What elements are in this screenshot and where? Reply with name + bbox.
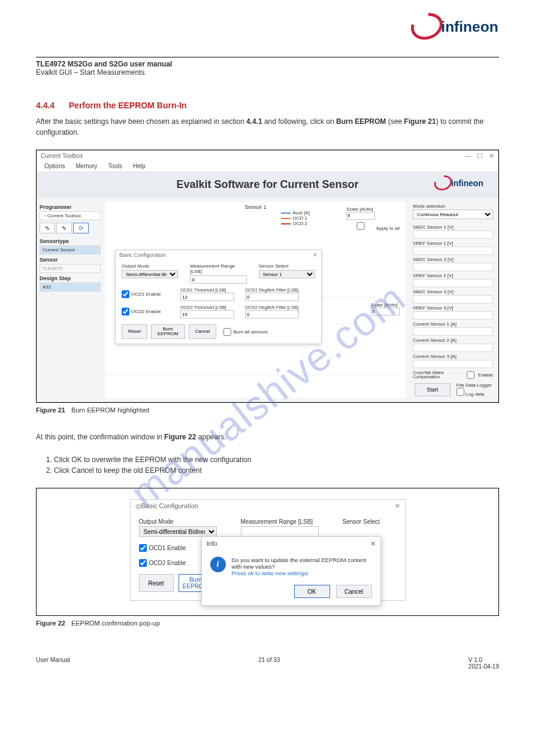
info-icon: i (210, 557, 226, 572)
vadc-sensor2 (413, 263, 493, 271)
menu-memory[interactable]: Memory (75, 163, 97, 169)
sensortype-item[interactable]: Current Sensor (40, 245, 101, 254)
toolbar-refresh-icon[interactable]: ⟳ (73, 223, 89, 233)
menu-tools[interactable]: Tools (108, 163, 122, 169)
figure-22: ◎ Basic Configuration✕ Output Mode Semi-… (36, 488, 499, 616)
list-item: Click OK to overwrite the EEPROM with th… (54, 454, 499, 465)
window-titlebar: Current Toolbox — ☐ ✕ (37, 151, 498, 161)
menu-help[interactable]: Help (133, 163, 146, 169)
svg-point-0 (409, 12, 445, 41)
sensor-select-dropdown[interactable]: Sensor 1 (259, 270, 315, 278)
maximize-icon[interactable]: ☐ (477, 152, 483, 160)
programmer-item[interactable]: →Current Toolbox (40, 211, 101, 220)
list-item: Click Cancel to keep the old EEPROM cont… (54, 465, 499, 476)
legend-sensor1: Aout [A] OCD 1 OCD 2 (281, 210, 310, 226)
output-mode-dropdown-2[interactable]: Semi-differential Bidirectional (139, 526, 217, 537)
designstep-item[interactable]: A32 (40, 283, 101, 292)
footer-right: V 1.0 2021-04-19 (468, 657, 499, 670)
current-sensor1 (413, 327, 493, 336)
basic-config-modal: Basic Configuration✕ Output Mode Semi-di… (115, 250, 322, 344)
ocd1-enable-checkbox[interactable] (122, 290, 129, 298)
scale-input-3[interactable] (371, 308, 400, 315)
banner-logo: infineon (433, 175, 487, 191)
reset-button-2[interactable]: Reset (139, 574, 174, 592)
ocd2-enable-checkbox[interactable] (122, 308, 129, 315)
info-dialog: Info✕ i Do you want to update the extern… (201, 536, 381, 606)
banner-title: Evalkit Software for Current Sensor (37, 178, 498, 191)
info-close-icon[interactable]: ✕ (370, 540, 376, 548)
apply-all-checkbox[interactable] (346, 222, 375, 230)
ocd1-enable-checkbox-2[interactable] (139, 544, 147, 552)
reset-button[interactable]: Reset (122, 324, 147, 339)
minimize-icon[interactable]: — (464, 152, 471, 160)
section-title: Perform the EEPROM Burn-In (69, 101, 187, 110)
doc-subtitle: Evalkit GUI – Start Measurements (36, 68, 144, 77)
mode-selection-dropdown[interactable]: Continous Readout (413, 210, 493, 219)
toolbar-edit-icon[interactable]: ✎ (56, 223, 72, 233)
svg-text:infineon: infineon (441, 19, 498, 35)
info-ok-button[interactable]: OK (294, 585, 330, 598)
meas-range-input-2[interactable] (241, 526, 319, 537)
burn-all-checkbox[interactable] (223, 328, 231, 336)
figure-21: Current Toolbox — ☐ ✕ Options Memory Too… (36, 150, 499, 403)
figure-22-caption: Figure 22EEPROM confirmation pop-up (36, 620, 499, 627)
ocd1-threshold-input[interactable] (180, 293, 234, 301)
cancel-button[interactable]: Cancel (189, 324, 217, 339)
footer-left: User Manual (36, 657, 70, 670)
window-title: Current Toolbox (41, 153, 83, 159)
scale-input-1[interactable] (346, 212, 375, 220)
menu-options[interactable]: Options (44, 163, 65, 169)
intro-paragraph: After the basic settings have been chose… (36, 116, 499, 138)
infineon-logo: infineon (409, 12, 505, 41)
modal-close-icon[interactable]: ✕ (313, 252, 318, 258)
vref-sensor3 (413, 311, 493, 320)
sensor-select[interactable]: TLE4972 (40, 264, 101, 273)
start-button[interactable]: Start (415, 383, 451, 396)
vref-sensor2 (413, 279, 493, 287)
meas-range-input[interactable] (190, 275, 246, 284)
menubar: Options Memory Tools Help (37, 161, 498, 171)
banner: Evalkit Software for Current Sensor infi… (37, 171, 498, 198)
doc-title: TLE4972 MS2Go and S2Go user manual (36, 60, 172, 68)
vadc-sensor1 (413, 230, 493, 239)
current-sensor2 (413, 344, 493, 352)
section-number: 4.4.4 (36, 101, 55, 110)
logdata-checkbox[interactable] (457, 388, 464, 396)
close-icon[interactable]: ✕ (489, 152, 494, 160)
burn-eeprom-button[interactable]: BurnEEPROM (151, 324, 185, 339)
right-panel: Mode selection Continous Readout VADC Se… (408, 198, 498, 402)
ocd2-threshold-input[interactable] (180, 310, 234, 318)
ocd2-deglitch-input[interactable] (245, 310, 299, 318)
toolbar-pencil-icon[interactable]: ✎ (40, 223, 55, 233)
ocd1-deglitch-input[interactable] (245, 293, 299, 301)
vadc-sensor3 (413, 295, 493, 303)
svg-point-2 (433, 175, 453, 191)
left-panel: Programmer →Current Toolbox ✎ ✎ ⟳ Sensor… (37, 198, 103, 402)
current-sensor3 (413, 360, 493, 368)
output-mode-dropdown[interactable]: Semi-differential Bidirectional (122, 270, 178, 278)
ctmc-checkbox[interactable] (467, 371, 474, 379)
vref-sensor1 (413, 247, 493, 255)
figure-21-caption: Figure 21Burn EEPROM highlighted (36, 406, 499, 414)
svg-text:infineon: infineon (451, 179, 483, 188)
ocd2-enable-checkbox-2[interactable] (139, 559, 147, 567)
mid-paragraph: At this point, the confirmation window i… (36, 432, 499, 442)
footer-page: 21 of 33 (258, 657, 280, 670)
info-cancel-button[interactable]: Cancel (336, 585, 372, 598)
modal-close-icon[interactable]: ✕ (395, 502, 400, 510)
